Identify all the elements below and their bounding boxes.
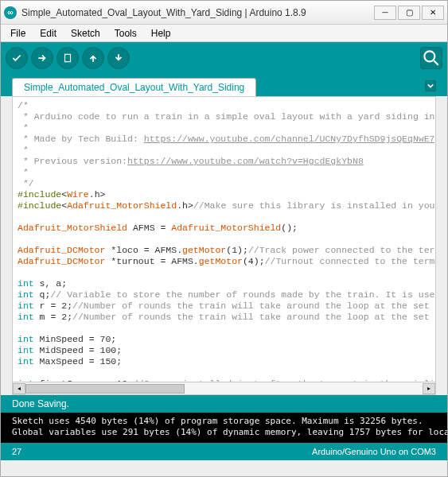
scroll-left-button[interactable]: ◂ [13, 383, 25, 394]
menu-sketch[interactable]: Sketch [64, 26, 107, 41]
new-button[interactable] [56, 47, 79, 69]
editor-pane: /* * Arduino code to run a train in a si… [12, 96, 436, 395]
close-button[interactable]: ✕ [422, 6, 444, 20]
arrow-right-icon [37, 52, 48, 64]
upload-button[interactable] [31, 47, 53, 69]
code-editor[interactable]: /* * Arduino code to run a train in a si… [13, 97, 435, 382]
open-button[interactable] [82, 47, 104, 69]
horizontal-scrollbar[interactable]: ◂ ▸ [13, 382, 435, 394]
line-number: 27 [12, 447, 21, 456]
svg-rect-0 [65, 54, 71, 61]
window-title: Simple_Automated_Oval_Layout_With_Yard_S… [21, 7, 374, 18]
magnifier-icon [421, 48, 442, 68]
footer-bar: 27 Arduino/Genuino Uno on COM3 [1, 443, 447, 460]
window-titlebar: ∞ Simple_Automated_Oval_Layout_With_Yard… [1, 1, 447, 25]
window-controls: ─ ▢ ✕ [374, 6, 444, 20]
file-new-icon [62, 52, 73, 64]
arrow-down-icon [113, 52, 124, 64]
status-bar: Done Saving. [1, 395, 447, 413]
console-output[interactable]: Sketch uses 4540 bytes (14%) of program … [1, 413, 447, 443]
arrow-up-icon [88, 52, 99, 64]
serial-monitor-button[interactable] [420, 47, 442, 69]
scroll-track[interactable] [25, 383, 423, 394]
menu-edit[interactable]: Edit [33, 26, 63, 41]
tab-bar: Simple_Automated_Oval_Layout_With_Yard_S… [1, 74, 447, 96]
scroll-right-button[interactable]: ▸ [423, 383, 435, 394]
status-text: Done Saving. [12, 398, 69, 409]
verify-button[interactable] [6, 47, 28, 69]
svg-point-1 [424, 51, 434, 61]
menu-help[interactable]: Help [145, 26, 177, 41]
minimize-button[interactable]: ─ [374, 6, 396, 20]
menu-file[interactable]: File [4, 26, 32, 41]
board-port-label: Arduino/Genuino Uno on COM3 [312, 447, 436, 456]
maximize-button[interactable]: ▢ [398, 6, 420, 20]
menu-tools[interactable]: Tools [108, 26, 143, 41]
arduino-app-icon: ∞ [4, 6, 17, 19]
sketch-tab[interactable]: Simple_Automated_Oval_Layout_With_Yard_S… [12, 78, 256, 96]
toolbar [1, 42, 447, 74]
tab-menu-button[interactable] [425, 80, 436, 91]
chevron-down-icon [427, 83, 434, 89]
check-icon [11, 52, 22, 64]
save-button[interactable] [107, 47, 130, 69]
menu-bar: File Edit Sketch Tools Help [1, 25, 447, 42]
scroll-thumb[interactable] [25, 384, 185, 394]
